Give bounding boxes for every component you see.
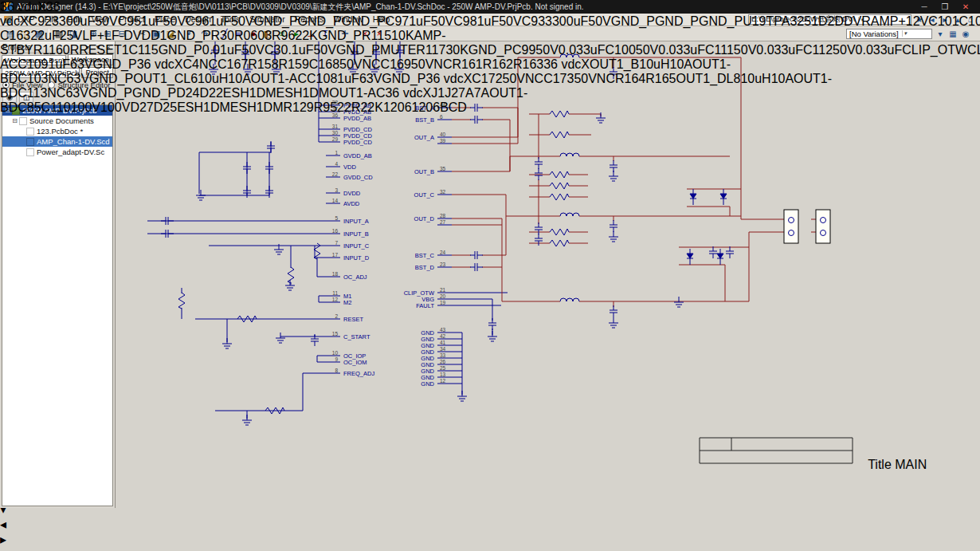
sch-text-22k[interactable]: 22K: [360, 100, 382, 114]
sch-text-gnd-p[interactable]: GND_P: [132, 86, 176, 100]
sch-text-d24[interactable]: D24: [176, 86, 199, 100]
sch-text-10k[interactable]: 10K: [391, 29, 414, 42]
sch-text-50v[interactable]: 50V: [535, 43, 558, 57]
sch-text-gnd-p[interactable]: GND_P: [342, 14, 386, 28]
sch-text-c93[interactable]: C93: [522, 14, 545, 28]
sch-text-0r[interactable]: 0R: [227, 29, 243, 42]
sch-text-lf-[interactable]: LF-: [104, 29, 123, 42]
sch-text-tpa3251d2ddvr[interactable]: TPA3251D2DDVR: [766, 14, 871, 28]
sch-text-r161[interactable]: R161: [452, 57, 482, 71]
sch-text-r163[interactable]: R163: [513, 57, 543, 71]
sch-text-7a[interactable]: 7A: [458, 86, 474, 100]
sch-text-3300uf[interactable]: 3300uF: [545, 14, 588, 28]
sch-text-esh1dm[interactable]: ESH1DM: [223, 86, 276, 100]
sch-text-c98[interactable]: C98: [453, 14, 476, 28]
sch-text-7a[interactable]: 7A: [474, 86, 490, 100]
sch-text-50v[interactable]: 50V: [339, 57, 362, 71]
sch-text-gnd-p[interactable]: GND_P: [253, 14, 297, 28]
sch-text-r3[interactable]: R3: [211, 29, 227, 42]
sch-text-r129[interactable]: R129: [284, 100, 314, 114]
sch-text-r116[interactable]: R116: [33, 43, 63, 57]
sch-text-10a[interactable]: 10A: [228, 72, 250, 85]
net-flag-mute[interactable]: MUTE: [380, 43, 416, 57]
sch-text-c173[interactable]: C173: [543, 72, 574, 85]
sch-text-l6[interactable]: L6: [183, 72, 198, 85]
sch-text-r115[interactable]: R115: [362, 29, 391, 42]
sch-text-esh1dm[interactable]: ESH1DM: [276, 86, 330, 100]
sch-text-50v[interactable]: 50V: [411, 57, 433, 71]
sch-text-22uf[interactable]: 22uF: [30, 29, 59, 42]
sch-text-gnd-p[interactable]: GND_P: [159, 43, 202, 57]
net-flag-36-vdcx[interactable]: 36 vdcX: [137, 57, 183, 71]
sch-text-50v[interactable]: 50V: [163, 14, 186, 28]
sch-text-c168[interactable]: C168: [309, 57, 339, 71]
sch-text-50v[interactable]: 50V: [313, 43, 335, 57]
sch-text-out1-d[interactable]: OUT1_D: [676, 72, 726, 85]
sch-text-gnd-p[interactable]: GND_P: [167, 29, 210, 42]
sch-text-50v[interactable]: 50V: [636, 43, 658, 57]
sch-text-nc[interactable]: NC: [47, 86, 65, 100]
net-flag-36-vdcx[interactable]: 36 vdcX: [385, 86, 431, 100]
sch-text-10uh[interactable]: 10uH: [639, 57, 669, 71]
net-flag-dvdd1[interactable]: DVDD1: [123, 29, 167, 42]
sch-text-amp+12v[interactable]: AMP+12V: [871, 14, 928, 28]
sch-text-100v[interactable]: 100V: [100, 100, 130, 114]
sch-text-c85[interactable]: C85: [18, 100, 41, 114]
sch-text-10a[interactable]: 10A: [771, 72, 794, 85]
sch-text-c110[interactable]: C110: [41, 100, 71, 114]
sch-text-50v[interactable]: 50V: [734, 43, 756, 57]
sch-text-c103[interactable]: C103: [18, 72, 48, 85]
sch-text-50v[interactable]: 50V: [833, 43, 855, 57]
sch-text-clip-otw[interactable]: CLIP_OTW: [902, 43, 967, 57]
sch-text-63v[interactable]: 63V: [67, 72, 89, 85]
sch-text-c169[interactable]: C169: [381, 57, 411, 71]
sch-text-d22[interactable]: D22: [199, 86, 222, 100]
sch-text-gnd-p[interactable]: GND_P: [468, 43, 512, 57]
sch-text-out1-ac[interactable]: OUT1-AC: [251, 72, 307, 85]
sch-text-gnd-p[interactable]: GND_P: [336, 43, 380, 57]
sch-text-u19[interactable]: U19: [743, 14, 766, 28]
sch-text-c172[interactable]: C172: [472, 72, 502, 85]
sch-text-nc[interactable]: NC: [597, 72, 615, 85]
sch-text-c113[interactable]: C113: [18, 86, 47, 100]
highlight-label-clip-otw[interactable]: CLIP_OTW: [967, 43, 980, 57]
sch-text-gnd-p[interactable]: GND_P: [382, 72, 425, 85]
sch-text-1uf[interactable]: 1uF: [337, 72, 359, 85]
net-flag-36-vdcx[interactable]: 36 vdcX: [425, 72, 472, 85]
sch-text-0-033uf[interactable]: 0.033uF: [856, 43, 903, 57]
sch-text-nc[interactable]: NC: [199, 57, 218, 71]
sch-text-c99[interactable]: C99: [512, 43, 535, 57]
sch-text-reset1[interactable]: RESET1: [79, 43, 128, 57]
sch-text-50v[interactable]: 50V: [231, 14, 253, 28]
schematic-canvas[interactable]: 38PVDD_AB37PVDD_AB36PVDD_AB31PVDD_CD30PV…: [0, 15, 980, 551]
sch-text-gnd-p[interactable]: GND_P: [655, 14, 699, 28]
sch-text-30k[interactable]: 30K: [445, 43, 468, 57]
sch-text-c96[interactable]: C96: [186, 14, 209, 28]
sch-text-c111[interactable]: C111: [705, 43, 734, 57]
sch-text-50v[interactable]: 50V: [242, 43, 265, 57]
sch-text-c163[interactable]: C163: [0, 29, 30, 42]
sch-text-r96[interactable]: R96: [272, 29, 295, 42]
sch-text-out1-b[interactable]: OUT1_B: [590, 57, 639, 71]
sch-text-100v[interactable]: 100V: [71, 100, 100, 114]
sch-text-22k[interactable]: 22K: [295, 29, 317, 42]
sch-text-c3[interactable]: C3: [265, 43, 280, 57]
sch-text-50v[interactable]: 50V: [431, 14, 453, 28]
sch-text-nc[interactable]: NC: [363, 57, 381, 71]
sch-text-d27[interactable]: D27: [130, 100, 153, 114]
sch-text-1uf[interactable]: 1uF: [209, 14, 231, 28]
sch-text-0603[interactable]: 0603: [243, 29, 272, 42]
sch-text-1206[interactable]: 1206: [383, 100, 412, 114]
sch-text-c4[interactable]: C4: [182, 57, 198, 71]
net-flag-36-vdcx[interactable]: 36 vdcX: [0, 0, 46, 14]
sch-text-1uf[interactable]: 1uF: [409, 14, 431, 28]
sch-text-63v[interactable]: 63V: [70, 57, 92, 71]
sch-text-out1-c[interactable]: OUT1_C: [133, 72, 183, 85]
sch-text-0-033uf[interactable]: 0.033uF: [559, 43, 606, 57]
sch-text-25v[interactable]: 25V: [60, 29, 82, 42]
sch-text-gnd-p[interactable]: GND_P: [699, 14, 743, 28]
sch-text-c108[interactable]: C108: [307, 72, 337, 85]
sch-text-r159[interactable]: R159: [279, 57, 309, 71]
sch-text-gnd-p[interactable]: GND_P: [318, 29, 362, 42]
sch-text-l8[interactable]: L8: [727, 72, 741, 85]
